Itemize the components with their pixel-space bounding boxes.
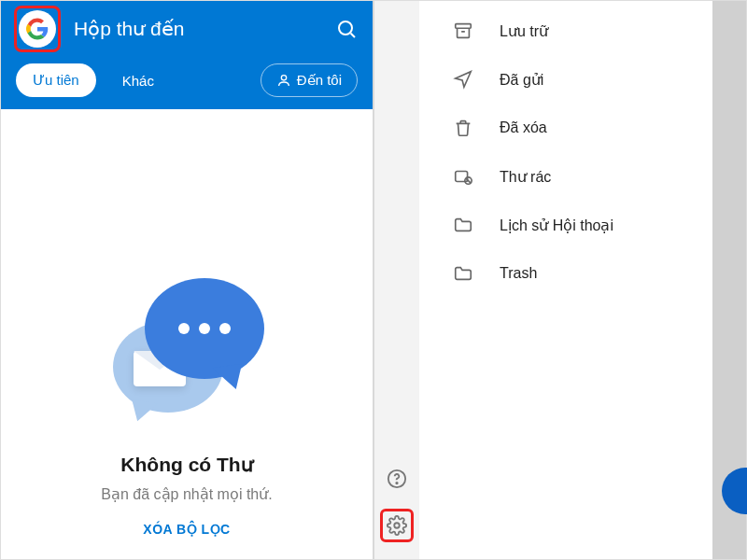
help-button[interactable] [384, 466, 410, 492]
drawer-menu: Lưu trữ Đã gửi Đã xóa Thư rác [419, 1, 746, 559]
inbox-title: Hộp thư đến [74, 18, 335, 40]
drawer-rail [374, 1, 419, 559]
menu-conversation-history[interactable]: Lịch sử Hội thoại [419, 201, 746, 249]
menu-spam[interactable]: Thư rác [419, 152, 746, 201]
clear-filter-button[interactable]: XÓA BỘ LỌC [143, 522, 230, 537]
tab-other-label: Khác [122, 73, 154, 89]
search-button[interactable] [335, 18, 358, 40]
tab-other[interactable]: Khác [106, 63, 171, 97]
menu-deleted[interactable]: Đã xóa [419, 104, 746, 152]
archive-icon [453, 21, 473, 41]
empty-state: Không có Thư Bạn đã cập nhật mọi thứ. XÓ… [1, 109, 373, 559]
trash-icon [453, 118, 473, 138]
google-logo-icon [26, 18, 49, 40]
tab-focused[interactable]: Ưu tiên [16, 63, 96, 97]
tab-focused-label: Ưu tiên [33, 72, 79, 89]
spam-icon [453, 166, 473, 187]
menu-archive-label: Lưu trữ [500, 22, 548, 40]
svg-point-3 [396, 483, 397, 483]
filter-to-me[interactable]: Đến tôi [261, 63, 358, 97]
menu-conversation-history-label: Lịch sử Hội thoại [500, 217, 613, 234]
empty-subtitle: Bạn đã cập nhật mọi thứ. [101, 485, 272, 503]
menu-archive[interactable]: Lưu trữ [419, 7, 746, 55]
gear-icon [387, 515, 407, 536]
filter-to-me-label: Đến tôi [297, 72, 342, 89]
inbox-tabs: Ưu tiên Khác Đến tôi [1, 57, 373, 109]
empty-illustration [107, 276, 266, 435]
empty-title: Không có Thư [120, 454, 252, 476]
inbox-panel: Hộp thư đến Ưu tiên Khác Đến tôi [1, 1, 373, 559]
svg-point-4 [394, 523, 400, 528]
menu-sent[interactable]: Đã gửi [419, 55, 746, 104]
sent-icon [453, 69, 473, 90]
settings-button[interactable] [387, 515, 407, 536]
menu-sent-label: Đã gửi [500, 71, 543, 89]
account-button-highlight [14, 6, 61, 52]
help-icon [387, 469, 407, 489]
account-avatar-button[interactable] [19, 10, 56, 48]
drawer-panel: Lưu trữ Đã gửi Đã xóa Thư rác [374, 1, 746, 559]
settings-button-highlight [380, 509, 414, 542]
folder-icon [453, 215, 473, 235]
menu-trash-folder-label: Trash [500, 265, 537, 282]
menu-deleted-label: Đã xóa [500, 119, 547, 136]
menu-trash-folder[interactable]: Trash [419, 249, 746, 298]
chat-bubble-icon [145, 278, 264, 379]
menu-spam-label: Thư rác [500, 168, 551, 186]
search-icon [335, 18, 358, 40]
folder-icon [453, 263, 473, 284]
svg-point-1 [281, 76, 286, 80]
svg-point-0 [339, 21, 352, 35]
person-icon [276, 73, 291, 88]
inbox-header: Hộp thư đến [1, 1, 373, 57]
svg-rect-5 [456, 24, 472, 29]
